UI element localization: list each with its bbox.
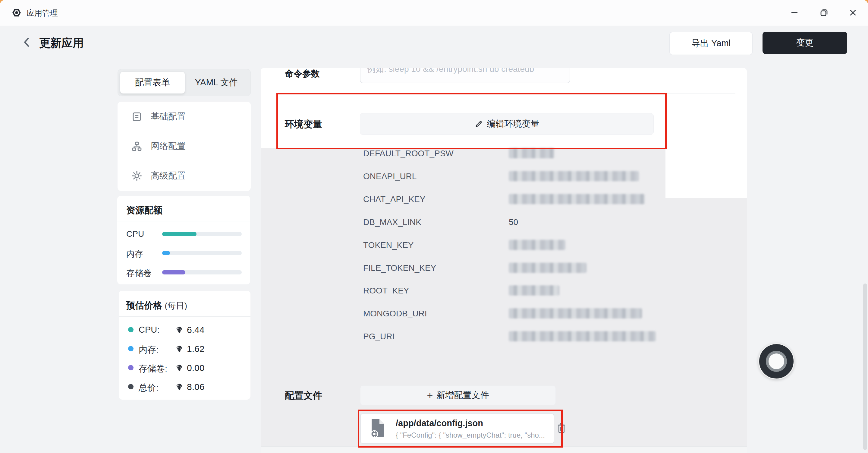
sidebar-item-label: 高级配置 (151, 170, 186, 182)
quota-row-cpu: CPU (117, 228, 250, 240)
config-mode-tabs: 配置表单 YAML 文件 (118, 69, 251, 96)
env-var-row: FILE_TOKEN_KEY (261, 260, 747, 277)
minimize-button[interactable] (787, 5, 802, 20)
edit-env-vars-label: 编辑环境变量 (487, 118, 539, 130)
app-window: 应用管理 更新应用 导出 Yaml 变更 配置表单 YAML 文件 基础配置 (0, 0, 868, 453)
screen-record-button[interactable] (758, 343, 795, 379)
trash-icon (556, 422, 567, 434)
tab-config-form[interactable]: 配置表单 (120, 72, 185, 93)
sidebar-item-label: 网络配置 (151, 140, 186, 152)
price-value: 0.00 (187, 363, 204, 373)
quota-row-memory: 内存 (117, 247, 250, 259)
config-files-label: 配置文件 (285, 389, 322, 402)
title-bar: 应用管理 (0, 0, 868, 26)
back-button[interactable] (19, 34, 34, 50)
add-config-file-label: 新增配置文件 (436, 389, 489, 401)
price-estimate-card: 预估价格 (每日) CPU: 6.44 内存: 1.62 存储卷: 0.00 (119, 291, 250, 400)
config-section-menu: 基础配置 网络配置 高级配置 (118, 102, 251, 191)
delete-config-file-button[interactable] (554, 420, 569, 436)
price-title: 预估价格 (每日) (126, 300, 187, 312)
censored-value (509, 308, 642, 318)
env-var-row: DB_MAX_LINK 50 (261, 214, 747, 231)
app-logo-icon (11, 7, 22, 18)
shell-coin-icon (175, 344, 184, 353)
storage-legend-dot (128, 365, 133, 370)
price-value: 1.62 (187, 344, 204, 354)
config-file-preview: { "FeConfig": { "show_emptyChat": true, … (396, 431, 545, 440)
config-file-card[interactable]: /app/data/config.json { "FeConfig": { "s… (360, 414, 554, 444)
env-var-row: PG_URL (261, 328, 747, 345)
storage-progress-bar (162, 270, 242, 275)
gear-icon (131, 170, 142, 181)
price-value: 8.06 (187, 382, 204, 392)
cmd-args-label: 命令参数 (285, 68, 320, 80)
price-row-memory: 内存: 1.62 (119, 342, 250, 355)
price-row-cpu: CPU: 6.44 (119, 323, 250, 336)
sidebar-item-label: 基础配置 (151, 111, 186, 123)
plus-icon: + (427, 391, 433, 400)
env-vars-label: 环境变量 (285, 118, 322, 131)
form-panel: 命令参数 例如: sleep 10 && /entrypoint.sh db c… (261, 68, 747, 453)
document-icon (131, 111, 142, 122)
network-icon (131, 141, 142, 152)
cmd-args-placeholder: 例如: sleep 10 && /entrypoint.sh db create… (367, 68, 534, 75)
window-title: 应用管理 (27, 8, 58, 19)
cpu-progress-bar (162, 232, 242, 236)
total-legend-dot (128, 384, 133, 389)
sidebar-item-advanced-config[interactable]: 高级配置 (118, 164, 251, 188)
edit-env-vars-button[interactable]: 编辑环境变量 (360, 113, 654, 135)
cmd-args-input[interactable]: 例如: sleep 10 && /entrypoint.sh db create… (360, 68, 570, 83)
censored-value (509, 285, 559, 295)
tab-yaml-file[interactable]: YAML 文件 (185, 72, 248, 93)
shell-coin-icon (175, 325, 184, 334)
file-gear-icon (369, 418, 385, 438)
env-var-row: TOKEN_KEY (261, 237, 747, 254)
shell-coin-icon (175, 382, 184, 391)
vertical-scrollbar-thumb[interactable] (863, 283, 867, 450)
env-var-value: 50 (509, 218, 518, 227)
price-subtitle: (每日) (164, 301, 187, 310)
memory-legend-dot (128, 346, 133, 351)
shell-coin-icon (175, 363, 184, 372)
resource-quota-card: 资源配额 CPU 内存 存储卷 (117, 196, 250, 284)
env-var-row: DEFAULT_ROOT_PSW (261, 145, 747, 162)
censored-value (509, 240, 565, 250)
env-var-row: MONGODB_URI (261, 305, 747, 322)
sidebar-item-basic-config[interactable]: 基础配置 (118, 105, 251, 129)
cpu-legend-dot (128, 327, 133, 332)
censored-value (509, 194, 645, 204)
env-var-row: ONEAPI_URL (261, 168, 747, 185)
export-yaml-button[interactable]: 导出 Yaml (670, 32, 752, 55)
section-divider (277, 93, 735, 94)
quota-row-storage: 存储卷 (117, 266, 250, 278)
sidebar-item-network-config[interactable]: 网络配置 (118, 135, 251, 158)
env-var-row: CHAT_API_KEY (261, 191, 747, 208)
config-file-path: /app/data/config.json (396, 418, 483, 428)
close-button[interactable] (846, 5, 860, 20)
price-row-storage: 存储卷: 0.00 (119, 361, 250, 374)
pencil-icon (474, 120, 483, 128)
add-config-file-button[interactable]: + 新增配置文件 (360, 386, 556, 405)
censored-value (509, 148, 555, 158)
censored-value (509, 263, 587, 273)
censored-value (509, 331, 656, 341)
price-row-total: 总价: 8.06 (119, 380, 250, 393)
price-value: 6.44 (187, 325, 204, 335)
apply-changes-button[interactable]: 变更 (763, 32, 847, 54)
censored-value (509, 171, 639, 181)
restore-button[interactable] (817, 5, 831, 20)
env-var-row: ROOT_KEY (261, 282, 747, 299)
quota-title: 资源配额 (126, 204, 162, 217)
page-title: 更新应用 (39, 36, 84, 51)
memory-progress-bar (162, 251, 242, 255)
